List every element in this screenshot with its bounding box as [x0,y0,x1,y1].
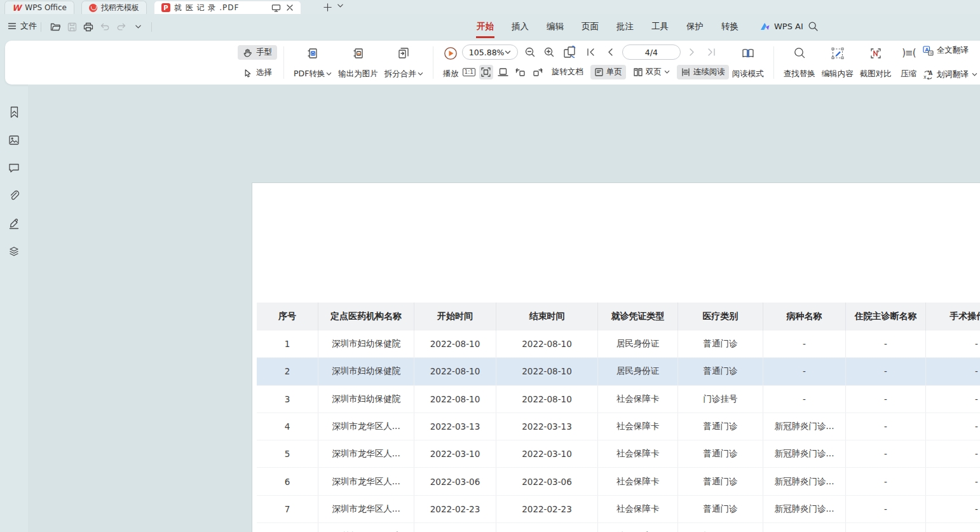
last-page-button[interactable] [705,45,719,59]
continuous-read-icon [681,67,691,77]
close-tab-icon[interactable] [286,4,294,11]
split-merge-button[interactable]: 拆分合并 [381,44,426,81]
tab-page[interactable]: 页面 [573,14,608,39]
fit-page-icon [480,67,491,78]
wps-ai-button[interactable]: WPS AI [760,14,803,39]
table-cell: - [846,358,926,385]
table-row: 3深圳市妇幼保健院2022-08-102022-08-10社会保障卡门诊挂号--… [257,386,980,413]
zoom-in-button[interactable] [542,45,556,59]
tab-home[interactable]: 开始 [468,14,503,39]
divider [41,22,41,32]
table-cell: 2021-03-15 [496,523,598,532]
play-button[interactable]: 播放 [440,44,462,81]
compress-button[interactable]: )≡( 压缩 [895,44,923,81]
tab-docer-templates[interactable]: 找稻壳模板 [81,1,147,14]
tab-list-chevron-icon[interactable] [337,3,344,8]
undo-button[interactable] [99,21,111,32]
thumbnail-icon[interactable] [6,132,22,148]
full-translate-button[interactable]: A 字 全文翻译 [923,45,977,56]
pdf-page: 序号定点医药机构名称开始时间结束时间就诊凭证类型医疗类别病种名称住院主诊断名称手… [252,182,980,532]
attachment-icon[interactable] [6,188,22,204]
previous-page-button[interactable] [603,45,617,59]
first-page-button[interactable] [584,45,598,59]
tab-wps-office[interactable]: W WPS Office [4,1,74,14]
double-page-button[interactable]: 双页 [629,65,674,79]
table-cell: 2022-08-10 [496,386,598,413]
wps-ai-label: WPS AI [774,22,803,31]
table-cell: - [763,386,846,413]
table-cell: 2022-08-10 [414,386,496,413]
new-tab-button[interactable] [322,1,333,13]
save-button[interactable] [66,21,78,32]
screenshot-compare-button[interactable]: 截图对比 [857,44,895,81]
table-cell: 1 [257,331,318,357]
monitor-icon[interactable] [271,4,281,12]
next-page-button[interactable] [686,45,700,59]
hand-tool-button[interactable]: 手型 [238,45,277,60]
layers-icon[interactable] [6,243,22,260]
table-cell: 8 [257,523,318,532]
open-file-button[interactable] [50,21,61,32]
select-tool-button[interactable]: 选择 [238,65,277,80]
table-cell: - [846,413,926,440]
document-viewport[interactable]: 序号定点医药机构名称开始时间结束时间就诊凭证类型医疗类别病种名称住院主诊断名称手… [28,85,980,532]
zoom-out-button[interactable] [523,45,537,59]
tab-protect[interactable]: 保护 [677,14,712,39]
ribbon-tabs: 开始 插入 编辑 页面 批注 工具 保护 转换 [468,14,747,39]
table-cell: 3 [257,386,318,413]
actual-size-button[interactable]: 1:1 [462,65,476,79]
single-page-button[interactable]: 单页 [590,65,626,79]
table-cell: 新冠肺炎门诊... [763,468,846,494]
table-row: 1深圳市妇幼保健院2022-08-102022-08-10居民身份证普通门诊--… [257,331,980,358]
word-translate-icon: x A [923,70,934,80]
page-thumbnail-button[interactable] [561,45,579,59]
fit-page-button[interactable] [479,65,493,79]
word-translate-button[interactable]: x A 划词翻译 [923,69,977,80]
chevron-down-icon [972,72,977,77]
fit-width-button[interactable] [496,65,510,79]
select-tool-label: 选择 [256,67,272,78]
tab-convert[interactable]: 转换 [712,14,747,39]
redo-button[interactable] [116,21,127,32]
tab-edit[interactable]: 编辑 [538,14,573,39]
divider [433,46,433,79]
tab-insert[interactable]: 插入 [503,14,538,39]
signature-icon[interactable] [6,215,22,232]
search-icon[interactable] [808,21,819,32]
table-cell: 居民身份证 [598,358,678,385]
edit-content-button[interactable]: 编辑内容 [819,44,857,81]
full-translate-label: 全文翻译 [937,45,969,56]
tab-list: W WPS Office 找稻壳模板 P 就 医 记 录 .PDF [4,1,301,14]
chevron-down-icon [326,72,332,76]
pdf-convert-button[interactable]: PDF转换 [290,44,335,81]
tab-tools[interactable]: 工具 [643,14,677,39]
read-mode-button[interactable]: 阅读模式 [729,44,767,81]
table-cell: 6 [257,468,318,494]
toolbar-empty-area [5,44,238,81]
table-cell: 2022-02-23 [496,496,598,522]
tab-comment[interactable]: 批注 [608,14,643,39]
bookmark-icon[interactable] [6,104,22,120]
chevron-down-icon [418,72,423,76]
export-image-button[interactable]: 输出为图片 [335,44,381,81]
table-cell: 普通门诊 [678,331,763,357]
table-cell: 5 [257,440,318,467]
quick-tools-chevron-icon[interactable] [132,21,144,32]
rotate-document-button[interactable]: 旋转文档 [548,65,587,79]
comment-icon[interactable] [6,160,22,176]
table-cell: 新冠肺炎门诊... [763,413,846,440]
table-cell: 4 [257,413,318,440]
rotate-right-button[interactable] [531,65,545,79]
play-label: 播放 [443,69,459,79]
zoom-level-select[interactable]: 105.88% [462,44,518,60]
continuous-read-button[interactable]: 连续阅读 [677,65,729,79]
page-number-input[interactable]: 4/4 [622,44,681,60]
table-cell: 门诊挂号 [678,386,763,413]
table-cell: - [846,386,926,413]
find-replace-button[interactable]: 查找替换 [780,44,819,81]
window-tab-bar: W WPS Office 找稻壳模板 P 就 医 记 录 .PDF [0,0,980,14]
tab-document-pdf[interactable]: P 就 医 记 录 .PDF [154,1,301,14]
file-menu-button[interactable]: 文件 [8,20,37,32]
print-button[interactable] [83,21,94,32]
rotate-left-button[interactable] [514,65,527,79]
